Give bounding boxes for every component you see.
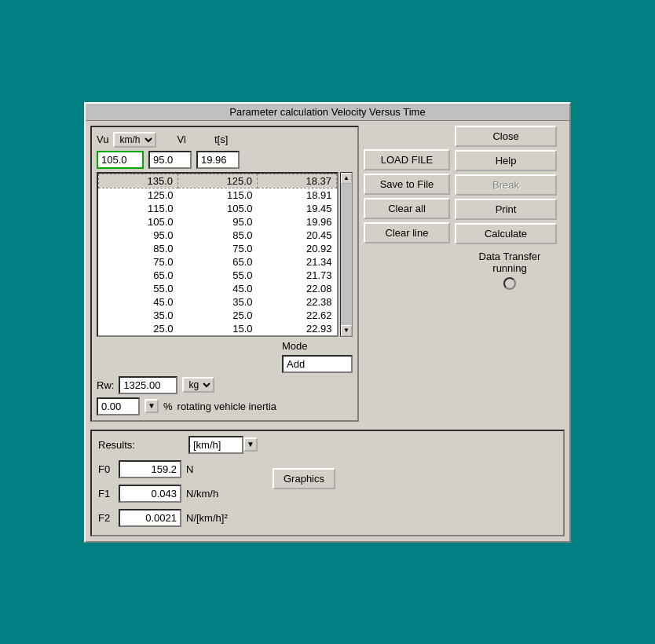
inertia-description: rotating vehicle inertia bbox=[177, 401, 276, 412]
f2-value[interactable] bbox=[119, 509, 181, 527]
results-unit-input[interactable] bbox=[188, 436, 243, 454]
results-header: Results: ▼ bbox=[98, 436, 557, 454]
table-row[interactable]: 105.095.019.96 bbox=[99, 215, 337, 229]
table-row[interactable]: 65.055.021.73 bbox=[99, 269, 337, 282]
rw-value[interactable] bbox=[119, 376, 177, 394]
inertia-dropdown-arrow[interactable]: ▼ bbox=[145, 399, 159, 413]
mode-area: Mode bbox=[282, 340, 353, 373]
input-values-row bbox=[97, 151, 353, 169]
results-fields: F0 N F1 N/km/h F2 N/[km/h]² bbox=[98, 460, 249, 530]
table-row[interactable]: 115.0105.019.45 bbox=[99, 202, 337, 215]
save-to-file-button[interactable]: Save to File bbox=[364, 174, 450, 195]
table-row[interactable]: 95.085.020.45 bbox=[99, 229, 337, 242]
f1-label: F1 bbox=[98, 488, 114, 499]
data-table[interactable]: 135.0125.018.37125.0115.018.91115.0105.0… bbox=[97, 172, 338, 337]
data-rows: 135.0125.018.37125.0115.018.91115.0105.0… bbox=[98, 174, 337, 335]
table-row[interactable]: 85.075.020.92 bbox=[99, 242, 337, 255]
data-transfer-indicator bbox=[503, 277, 516, 290]
calculate-button[interactable]: Calculate bbox=[455, 223, 557, 244]
t-input[interactable] bbox=[196, 151, 240, 169]
table-row[interactable]: 55.045.022.08 bbox=[99, 282, 337, 295]
f0-unit: N bbox=[186, 463, 249, 475]
title-bar: Parameter calculation Velocity Versus Ti… bbox=[86, 104, 569, 121]
table-row[interactable]: 125.0115.018.91 bbox=[99, 188, 337, 202]
print-button[interactable]: Print bbox=[455, 199, 557, 220]
close-button[interactable]: Close bbox=[455, 126, 557, 147]
vu-input[interactable] bbox=[97, 151, 144, 169]
rw-unit-select[interactable]: kg lb bbox=[182, 377, 214, 393]
window-title: Parameter calculation Velocity Versus Ti… bbox=[229, 106, 425, 118]
left-panel: Vu km/h m/s mph Vl t[s] bbox=[90, 126, 359, 422]
scrollbar[interactable]: ▲ ▼ bbox=[340, 172, 353, 337]
main-window: Parameter calculation Velocity Versus Ti… bbox=[84, 102, 571, 543]
scroll-down-arrow[interactable]: ▼ bbox=[341, 325, 352, 336]
results-unit-dropdown[interactable]: ▼ bbox=[243, 437, 258, 452]
rw-label: Rw: bbox=[97, 379, 114, 391]
f0-label: F0 bbox=[98, 463, 114, 475]
f0-row: F0 N bbox=[98, 460, 249, 478]
vl-input[interactable] bbox=[148, 151, 192, 169]
inertia-unit: % bbox=[163, 401, 173, 412]
right-panel: Close Help Break Print Calculate Data Tr… bbox=[455, 126, 565, 422]
inertia-row: ▼ % rotating vehicle inertia bbox=[97, 397, 353, 415]
middle-area: Mode bbox=[97, 340, 353, 373]
data-table-area: 135.0125.018.37125.0115.018.91115.0105.0… bbox=[97, 172, 353, 337]
f2-row: F2 N/[km/h]² bbox=[98, 509, 249, 527]
data-transfer-panel: Data Transfer running bbox=[455, 251, 565, 293]
window-body: Vu km/h m/s mph Vl t[s] bbox=[86, 121, 569, 426]
inertia-value[interactable] bbox=[97, 397, 140, 415]
top-inputs-panel: Vu km/h m/s mph Vl t[s] bbox=[90, 126, 359, 422]
table-row[interactable]: 25.015.022.93 bbox=[99, 322, 337, 335]
unit-select[interactable]: km/h m/s mph bbox=[113, 132, 156, 148]
f1-unit: N/km/h bbox=[186, 488, 249, 499]
rw-row: Rw: kg lb bbox=[97, 376, 353, 394]
table-row[interactable]: 135.0125.018.37 bbox=[99, 174, 337, 188]
mode-input[interactable] bbox=[282, 355, 353, 373]
load-file-button[interactable]: LOAD FILE bbox=[364, 149, 450, 170]
graphics-button[interactable]: Graphics bbox=[273, 468, 335, 489]
data-transfer-status: running bbox=[455, 262, 565, 274]
header-row: Vu km/h m/s mph Vl t[s] bbox=[97, 132, 353, 148]
results-body: F0 N F1 N/km/h F2 N/[km/h]² bbox=[98, 460, 557, 530]
f2-label: F2 bbox=[98, 512, 114, 524]
bottom-area: Results: ▼ F0 N F1 N/km/h bbox=[86, 430, 569, 541]
scroll-track[interactable] bbox=[341, 184, 352, 325]
break-button: Break bbox=[455, 174, 557, 196]
clear-all-button[interactable]: Clear all bbox=[364, 198, 450, 219]
vu-label: Vu bbox=[97, 134, 108, 145]
graphics-button-container: Graphics bbox=[273, 460, 335, 489]
f0-value[interactable] bbox=[119, 460, 181, 478]
f1-row: F1 N/km/h bbox=[98, 485, 249, 503]
data-transfer-label: Data Transfer bbox=[455, 251, 565, 262]
help-button[interactable]: Help bbox=[455, 150, 557, 171]
mode-label: Mode bbox=[282, 340, 353, 352]
table-row[interactable]: 45.035.022.38 bbox=[99, 295, 337, 309]
center-buttons bbox=[97, 340, 277, 373]
results-label: Results: bbox=[98, 439, 135, 451]
action-buttons-panel: LOAD FILE Save to File Clear all Clear l… bbox=[364, 126, 450, 422]
table-row[interactable]: 75.065.021.34 bbox=[99, 255, 337, 269]
scroll-up-arrow[interactable]: ▲ bbox=[341, 173, 352, 184]
vl-label: Vl bbox=[177, 134, 186, 145]
clear-line-button[interactable]: Clear line bbox=[364, 222, 450, 243]
t-label: t[s] bbox=[214, 134, 228, 145]
f2-unit: N/[km/h]² bbox=[186, 512, 249, 524]
results-panel: Results: ▼ F0 N F1 N/km/h bbox=[90, 430, 565, 536]
f1-value[interactable] bbox=[119, 485, 181, 503]
table-row[interactable]: 35.025.022.62 bbox=[99, 309, 337, 322]
